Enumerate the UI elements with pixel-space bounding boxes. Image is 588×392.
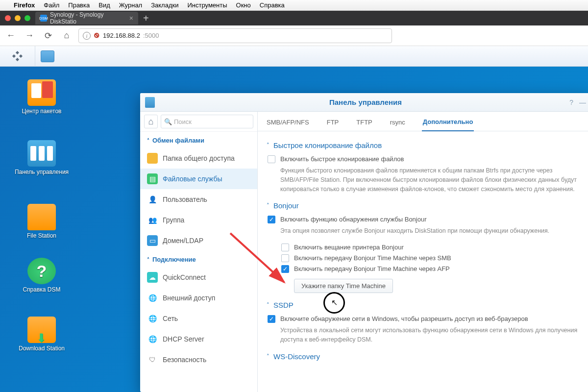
window-titlebar[interactable]: Панель управления ? —: [140, 93, 588, 112]
set-time-machine-folder-button[interactable]: Укажите папку Time Machine: [294, 279, 393, 293]
tab-close-icon[interactable]: ×: [129, 14, 133, 22]
window-help-icon[interactable]: ?: [569, 98, 573, 106]
menu-edit[interactable]: Правка: [68, 1, 90, 9]
new-tab-button[interactable]: +: [143, 13, 149, 24]
checkbox-label: Включить быстрое клонирование файлов: [280, 155, 404, 163]
browser-tabstrip: DSM Synology - Synology DiskStatio × +: [0, 11, 588, 25]
sidebar-item-file-services[interactable]: ▤Файловые службы: [140, 169, 257, 189]
url-host: 192.168.88.2: [103, 32, 140, 39]
checkbox-fastclone[interactable]: [268, 155, 275, 163]
mac-menubar: Firefox Файл Правка Вид Журнал Закладки …: [0, 0, 588, 11]
section-title: Быстрое клонирование файлов: [273, 141, 382, 149]
tab-smb[interactable]: SMB/AFP/NFS: [266, 119, 310, 131]
tab-bar: SMB/AFP/NFS FTP TFTP rsync Дополнительно: [258, 112, 588, 131]
reload-button[interactable]: ⟳: [41, 29, 55, 43]
sidebar-item-quickconnect[interactable]: ☁QuickConnect: [140, 267, 257, 288]
tab-title: Synology - Synology DiskStatio: [50, 11, 126, 25]
group-icon: 👥: [147, 215, 158, 225]
back-button[interactable]: ←: [4, 29, 18, 43]
menu-help[interactable]: Справка: [260, 1, 285, 9]
menu-tools[interactable]: Инструменты: [187, 1, 227, 9]
checkbox-bonjour-printer[interactable]: [281, 244, 289, 251]
desktop-icon-download-station[interactable]: Download Station: [10, 317, 74, 352]
desktop-icon-file-station[interactable]: File Station: [10, 204, 74, 239]
sidebar-item-shared-folder[interactable]: Папка общего доступа: [140, 148, 257, 169]
url-input[interactable]: i 🛇 192.168.88.2:5000: [78, 28, 392, 43]
taskbar-window-control-panel[interactable]: [35, 46, 60, 67]
search-input[interactable]: 🔍 Поиск: [161, 115, 253, 128]
url-port: :5000: [143, 32, 159, 39]
sidebar-item-network[interactable]: 🌐Сеть: [140, 308, 257, 329]
section-ws-header[interactable]: ˄WS-Discovery: [267, 352, 588, 361]
package-center-icon: [27, 79, 56, 106]
control-panel-mini-icon: [41, 50, 54, 62]
sidebar-group-connection[interactable]: ˄Подключение: [140, 251, 257, 267]
checkbox-label: Включить передачу Bonjour Time Machine ч…: [294, 265, 450, 272]
sidebar-item-security[interactable]: 🛡Безопасность: [140, 349, 257, 370]
search-placeholder: Поиск: [174, 118, 192, 125]
checkbox-label: Включить функцию обнаружения службы Bonj…: [280, 216, 427, 223]
sidebar-item-group[interactable]: 👥Группа: [140, 210, 257, 230]
dsm-main-menu-button[interactable]: [0, 46, 35, 67]
checkbox-label: Включить вещание принтера Bonjour: [294, 244, 404, 251]
menu-window[interactable]: Окно: [236, 1, 251, 9]
desktop-icon-control-panel[interactable]: Панель управления: [10, 140, 74, 175]
desktop-icon-help[interactable]: ?Справка DSM: [10, 258, 74, 293]
checkbox-label: Включить передачу Bonjour Time Machine ч…: [294, 254, 451, 262]
insecure-icon: 🛇: [94, 32, 100, 39]
search-icon: 🔍: [164, 118, 172, 125]
external-access-icon: 🌐: [147, 293, 158, 303]
menu-bookmarks[interactable]: Закладки: [151, 1, 178, 9]
nav-label: Папка общего доступа: [163, 154, 235, 162]
section-bonjour-header[interactable]: ˄Bonjour: [267, 201, 588, 210]
section-title: SSDP: [273, 301, 294, 309]
nav-label: Домен/LDAP: [163, 237, 203, 245]
section-fastclone-header[interactable]: ˄Быстрое клонирование файлов: [267, 141, 588, 149]
tab-ftp[interactable]: FTP: [326, 119, 340, 131]
forward-button[interactable]: →: [23, 29, 36, 43]
sidebar-group-file-sharing[interactable]: ˄Обмен файлами: [140, 132, 257, 148]
dsm-taskbar: [0, 46, 588, 67]
tab-advanced[interactable]: Дополнительно: [422, 118, 474, 131]
maximize-window-icon[interactable]: [24, 15, 30, 21]
chevron-up-icon: ˄: [147, 257, 149, 262]
chevron-up-icon: ˄: [267, 142, 270, 148]
favicon-icon: DSM: [40, 15, 47, 22]
tab-rsync[interactable]: rsync: [389, 119, 406, 131]
bonjour-description: Эта опция позволяет службе Bonjour наход…: [280, 226, 588, 236]
app-name[interactable]: Firefox: [14, 1, 35, 9]
menu-file[interactable]: Файл: [44, 1, 59, 9]
sidebar-item-user[interactable]: 👤Пользователь: [140, 189, 257, 210]
minimize-window-icon[interactable]: [15, 15, 21, 21]
checkbox-ssdp-enable[interactable]: [268, 315, 275, 323]
network-icon: 🌐: [147, 313, 158, 324]
checkbox-bonjour-tm-afp[interactable]: [281, 265, 289, 273]
chevron-up-icon: ˄: [267, 353, 270, 360]
menu-view[interactable]: Вид: [98, 1, 110, 9]
checkbox-bonjour-tm-smb[interactable]: [281, 254, 289, 262]
close-window-icon[interactable]: [5, 15, 11, 21]
content-scroll[interactable]: ˄Быстрое клонирование файлов Включить бы…: [258, 131, 588, 392]
home-button[interactable]: ⌂: [60, 29, 74, 43]
window-minimize-icon[interactable]: —: [579, 98, 586, 106]
tab-tftp[interactable]: TFTP: [355, 119, 373, 131]
nav-label: Файловые службы: [163, 175, 222, 183]
sidebar-item-domain[interactable]: ▭Домен/LDAP: [140, 230, 257, 251]
file-station-icon: [27, 204, 56, 230]
desktop-label: Панель управления: [10, 169, 74, 175]
section-ssdp-header[interactable]: ˄SSDP: [267, 301, 588, 309]
menu-history[interactable]: Журнал: [119, 1, 142, 9]
checkbox-bonjour-enable[interactable]: [268, 216, 275, 223]
sidebar-item-dhcp[interactable]: 🌐DHCP Server: [140, 329, 257, 349]
browser-tab[interactable]: DSM Synology - Synology DiskStatio ×: [35, 12, 138, 24]
sidebar-item-external-access[interactable]: 🌐Внешний доступ: [140, 288, 257, 308]
user-icon: 👤: [147, 194, 158, 205]
nav-label: Безопасность: [163, 356, 206, 364]
domain-icon: ▭: [147, 235, 158, 246]
dsm-desktop: Центр пакетов Панель управления File Sta…: [0, 67, 588, 392]
shield-icon: 🛡: [147, 354, 158, 365]
help-icon: ?: [27, 258, 56, 284]
sidebar-home-button[interactable]: ⌂: [144, 115, 158, 128]
site-info-icon[interactable]: i: [83, 32, 91, 40]
desktop-icon-package-center[interactable]: Центр пакетов: [10, 79, 74, 115]
